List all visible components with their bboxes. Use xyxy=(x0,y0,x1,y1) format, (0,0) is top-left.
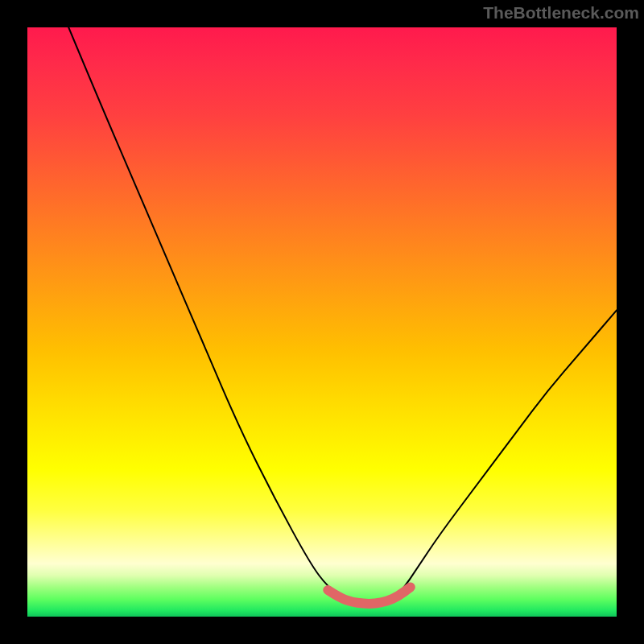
watermark-text: TheBottleneck.com xyxy=(483,3,639,23)
plot-area xyxy=(27,27,617,617)
curve-svg xyxy=(27,27,617,617)
optimal-band-group xyxy=(328,587,410,603)
chart-container: TheBottleneck.com xyxy=(0,0,644,644)
bottleneck-curve-path xyxy=(68,27,617,605)
optimal-band-path xyxy=(328,587,410,603)
curve-group xyxy=(68,27,617,605)
